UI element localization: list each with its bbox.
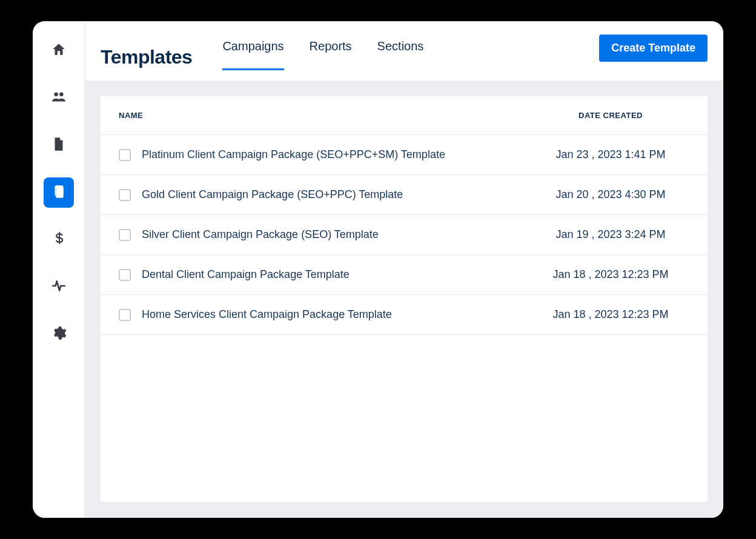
page-title: Templates [101, 46, 192, 68]
sidebar [33, 21, 85, 518]
home-icon [51, 42, 67, 60]
table-row[interactable]: Dental Client Campaign Package Template … [101, 255, 708, 295]
sidebar-item-users[interactable] [44, 83, 74, 113]
app-window: Templates Campaigns Reports Sections Cre… [33, 21, 723, 518]
row-name: Home Services Client Campaign Package Te… [142, 308, 532, 321]
row-date: Jan 18 , 2023 12:23 PM [532, 308, 689, 321]
content: NAME DATE CREATED Platinum Client Campai… [85, 81, 723, 518]
sidebar-item-settings[interactable] [44, 319, 74, 349]
table-row[interactable]: Home Services Client Campaign Package Te… [101, 295, 708, 335]
header: Templates Campaigns Reports Sections Cre… [85, 21, 723, 81]
table-row[interactable]: Platinum Client Campaign Package (SEO+PP… [101, 135, 708, 175]
row-date: Jan 20 , 2023 4:30 PM [532, 188, 689, 201]
table-row[interactable]: Gold Client Campaign Package (SEO+PPC) T… [101, 175, 708, 215]
column-header-date: DATE CREATED [532, 111, 689, 120]
row-name: Dental Client Campaign Package Template [142, 268, 532, 281]
row-checkbox[interactable] [119, 269, 131, 281]
row-name: Platinum Client Campaign Package (SEO+PP… [142, 148, 532, 161]
sidebar-item-home[interactable] [44, 36, 74, 66]
tab-campaigns[interactable]: Campaigns [222, 39, 284, 70]
users-icon [51, 89, 67, 107]
table-row[interactable]: Silver Client Campaign Package (SEO) Tem… [101, 215, 708, 255]
row-name: Gold Client Campaign Package (SEO+PPC) T… [142, 188, 532, 201]
row-checkbox[interactable] [119, 229, 131, 241]
row-checkbox[interactable] [119, 309, 131, 321]
report-icon [51, 136, 67, 154]
row-name: Silver Client Campaign Package (SEO) Tem… [142, 228, 532, 241]
table-header: NAME DATE CREATED [101, 96, 708, 135]
sidebar-item-report[interactable] [44, 130, 74, 160]
row-date: Jan 23 , 2023 1:41 PM [532, 148, 689, 161]
create-template-button[interactable]: Create Template [599, 35, 708, 62]
row-checkbox[interactable] [119, 149, 131, 161]
tab-reports[interactable]: Reports [310, 39, 352, 70]
templates-icon [51, 184, 67, 202]
templates-table: NAME DATE CREATED Platinum Client Campai… [101, 96, 708, 502]
activity-icon [51, 278, 67, 296]
gear-icon [51, 325, 67, 343]
sidebar-item-billing[interactable] [44, 225, 74, 255]
row-checkbox[interactable] [119, 189, 131, 201]
dollar-icon [51, 231, 67, 249]
main-area: Templates Campaigns Reports Sections Cre… [85, 21, 723, 518]
tabs: Campaigns Reports Sections [222, 33, 423, 81]
tab-sections[interactable]: Sections [377, 39, 424, 70]
row-date: Jan 19 , 2023 3:24 PM [532, 228, 689, 241]
row-date: Jan 18 , 2023 12:23 PM [532, 268, 689, 281]
column-header-name: NAME [119, 111, 532, 120]
sidebar-item-activity[interactable] [44, 272, 74, 302]
sidebar-item-templates[interactable] [44, 177, 74, 208]
